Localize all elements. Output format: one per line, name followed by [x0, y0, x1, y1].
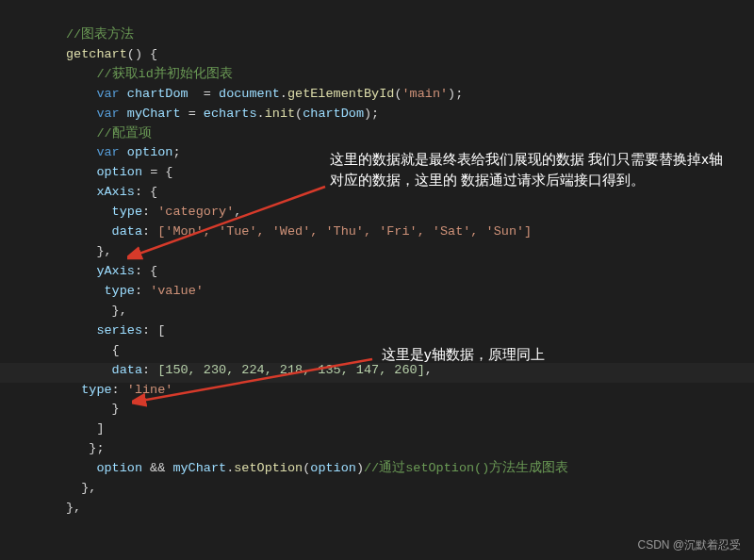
code-block: //图表方法 getchart() { //获取id并初始化图表 var cha… — [0, 0, 754, 519]
code-comment: //配置项 — [96, 126, 151, 140]
code-comment: //获取id并初始化图表 — [96, 67, 232, 81]
code-func: getchart — [66, 47, 127, 61]
watermark: CSDN @沉默着忍受 — [637, 536, 741, 554]
x-axis-data: ['Mon', 'Tue', 'Wed', 'Thu', 'Fri', 'Sat… — [157, 224, 532, 239]
series-data: [150, 230, 224, 218, 135, 147, 260] — [157, 363, 425, 377]
code-comment: //通过setOption()方法生成图表 — [364, 461, 568, 475]
code-comment: //图表方法 — [66, 27, 134, 41]
